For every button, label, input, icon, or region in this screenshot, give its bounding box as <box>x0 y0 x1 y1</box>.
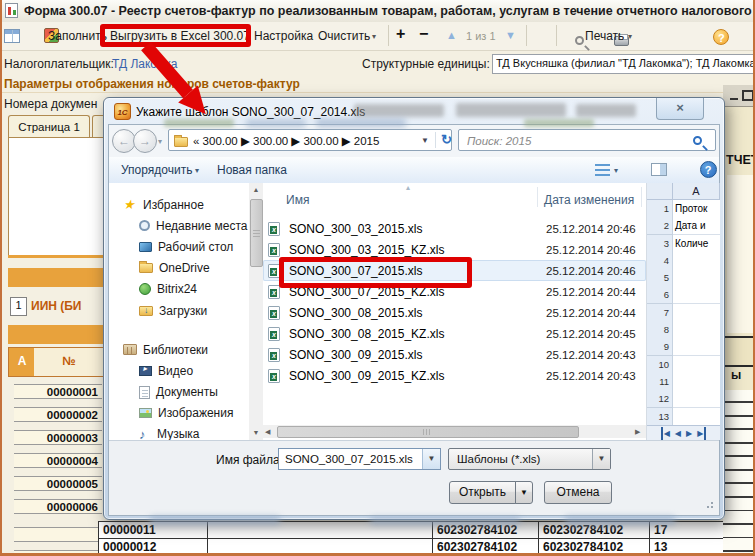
sidebar-item[interactable]: Видео <box>109 360 249 381</box>
prev-page-icon[interactable]: ▲ <box>446 29 457 41</box>
sidebar-item[interactable]: Библиотеки <box>109 339 249 360</box>
forward-button[interactable]: → <box>133 129 157 153</box>
table-row[interactable]: 00000001 <box>14 384 104 399</box>
organize-dropdown-icon[interactable]: ▾ <box>195 166 199 175</box>
cancel-button[interactable]: Отмена <box>544 481 612 504</box>
help-button[interactable]: ? <box>713 29 729 45</box>
scroll-down-icon[interactable]: ▼ <box>249 426 263 439</box>
table-row[interactable]: 00000005 <box>14 476 104 491</box>
preview-pane-icon[interactable] <box>651 163 667 176</box>
combo-dropdown-icon[interactable]: ▼ <box>422 449 440 469</box>
search-input[interactable]: Поиск: 2015 <box>467 131 657 151</box>
preview-row[interactable]: 10 <box>647 356 720 373</box>
close-button[interactable]: × <box>656 98 704 120</box>
first-sheet-icon[interactable]: ◀ <box>661 427 670 440</box>
preview-row[interactable]: 2 Дата и <box>647 217 720 234</box>
tab-page-1[interactable]: Страница 1 <box>8 115 90 139</box>
new-folder-button[interactable]: Новая папка <box>217 163 287 177</box>
help-icon[interactable]: ? <box>700 161 717 178</box>
preview-row[interactable]: 5 <box>647 269 720 286</box>
search-box[interactable]: Поиск: 2015 <box>458 129 716 151</box>
prev-sheet-icon[interactable]: ◀ <box>675 427 681 440</box>
app-titlebar[interactable]: Форма 300.07 - Реестр счетов-фактур по р… <box>0 0 755 23</box>
print-button[interactable]: Печать <box>585 29 624 43</box>
fill-button[interactable]: Заполнить <box>48 29 107 43</box>
preview-row[interactable]: 9 <box>647 338 720 355</box>
views-icon[interactable] <box>595 164 610 177</box>
preview-row[interactable]: 7 <box>647 304 720 321</box>
table-row[interactable]: 00000004 <box>14 453 104 468</box>
excel-file-icon <box>268 243 280 257</box>
sidebar-item[interactable]: Загрузки <box>109 300 249 321</box>
file-row[interactable]: SONO_300_08_2015.xls 25.12.2014 20:44 <box>263 302 646 323</box>
preview-select-all-cell[interactable] <box>647 183 673 200</box>
search-icon[interactable] <box>575 36 584 45</box>
form-icon[interactable] <box>4 29 20 43</box>
file-list-hscrollbar[interactable]: ◀ ▶ <box>263 425 646 438</box>
next-page-icon[interactable]: ▼ <box>505 29 516 41</box>
sidebar-scrollbar[interactable]: ▲ ▼ <box>249 183 263 440</box>
file-row[interactable]: SONO_300_09_2015.xls 25.12.2014 20:43 <box>263 344 646 365</box>
clear-dropdown-icon[interactable]: ▾ <box>372 32 376 41</box>
views-dropdown-icon[interactable]: ▾ <box>614 166 618 175</box>
combo-dropdown-icon[interactable]: ▼ <box>592 449 610 469</box>
units-input[interactable]: ТД Вкусняшка (филиал "ТД Лакомка"); ТД Л… <box>492 54 755 74</box>
sidebar-item[interactable]: Изображения <box>109 403 249 424</box>
scroll-right-icon[interactable]: ▶ <box>635 425 640 438</box>
last-sheet-icon[interactable]: ▶ <box>697 427 706 440</box>
preview-row[interactable]: 1 Проток <box>647 200 720 217</box>
preview-row[interactable]: 3 Количе <box>647 235 720 252</box>
sidebar-item[interactable]: Недавние места <box>109 215 249 236</box>
redaction-blur <box>565 516 675 525</box>
address-bar[interactable]: « 300.00 ▶ 300.00 ▶ 300.00 ▶ 2015 ▼ ↻ <box>168 129 452 151</box>
sidebar-item-icon <box>139 386 150 399</box>
open-split-dropdown-icon[interactable]: ▼ <box>515 481 533 504</box>
zoom-out-button[interactable]: − <box>419 25 428 43</box>
history-dropdown-icon[interactable]: ▾ <box>158 137 162 146</box>
refresh-icon[interactable]: ↻ <box>441 130 452 150</box>
settings-button[interactable]: Настройка <box>254 29 313 43</box>
scroll-left-icon[interactable]: ◀ <box>265 425 270 438</box>
sidebar-item[interactable]: OneDrive <box>109 258 249 279</box>
file-row[interactable]: SONO_300_09_2015_KZ.xls 25.12.2014 20:43 <box>263 365 646 386</box>
organize-button[interactable]: Упорядочить <box>121 163 192 177</box>
filename-combobox[interactable]: SONO_300_07_2015.xls ▼ <box>278 448 441 470</box>
address-dropdown-icon[interactable]: ▼ <box>421 131 429 151</box>
resize-grip[interactable] <box>704 499 714 509</box>
preview-row[interactable]: 6 <box>647 286 720 303</box>
sidebar-item[interactable]: Избранное <box>109 194 249 215</box>
clear-button[interactable]: Очистить <box>318 29 370 43</box>
sidebar-item[interactable]: Bitrix24 <box>109 279 249 300</box>
minimize-icon[interactable] <box>730 98 738 100</box>
sidebar-item[interactable]: Рабочий стол <box>109 236 249 257</box>
preview-row[interactable]: 4 <box>647 252 720 269</box>
next-sheet-icon[interactable]: ▶ <box>686 427 692 440</box>
redaction-blur <box>370 517 520 525</box>
sidebar-item[interactable]: Музыка <box>109 424 249 440</box>
filetype-combobox[interactable]: Шаблоны (*.xls) ▼ <box>448 448 611 470</box>
preview-column-header[interactable]: A <box>673 183 720 200</box>
search-icon[interactable] <box>693 136 702 145</box>
report-icon <box>5 3 18 18</box>
preview-row[interactable]: 13 <box>647 408 720 425</box>
open-button[interactable]: Открыть <box>449 481 516 504</box>
breadcrumb[interactable]: « 300.00 ▶ 300.00 ▶ 300.00 ▶ 2015 <box>193 131 413 151</box>
file-row[interactable]: SONO_300_08_2015_KZ.xls 25.12.2014 20:45 <box>263 323 646 344</box>
preview-row[interactable]: 11 <box>647 373 720 390</box>
preview-row[interactable]: 8 <box>647 321 720 338</box>
sidebar-item[interactable]: Документы <box>109 382 249 403</box>
scrollbar-thumb[interactable] <box>250 199 263 267</box>
table-row[interactable]: 00000006 <box>14 499 104 514</box>
toolbar-separator <box>556 25 557 46</box>
row-index-cell: 1 <box>10 297 27 316</box>
zoom-in-button[interactable]: + <box>396 25 405 43</box>
print-dropdown-icon[interactable]: ▾ <box>628 32 632 41</box>
column-header-date[interactable]: Дата изменения <box>544 193 634 207</box>
scroll-up-icon[interactable]: ▲ <box>249 183 263 196</box>
scrollbar-thumb[interactable] <box>277 426 579 438</box>
preview-row[interactable]: 12 <box>647 390 720 407</box>
column-header-name[interactable]: Имя <box>286 193 309 207</box>
file-row[interactable]: SONO_300_03_2015.xls 25.12.2014 20:46 <box>263 218 646 239</box>
table-row[interactable]: 00000002 <box>14 407 104 422</box>
table-row[interactable]: 00000003 <box>14 430 104 445</box>
